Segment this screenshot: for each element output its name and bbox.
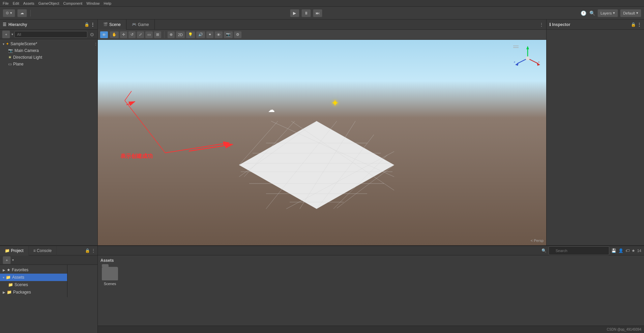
playmode-controls: ▶ ⏸ ⏭	[34, 9, 578, 17]
hierarchy-scene[interactable]: ▾ ✦ SampleScene* ⋮	[0, 40, 97, 47]
default-dropdown[interactable]: Default ▾	[620, 9, 641, 17]
rect-tool-btn[interactable]: ▭	[145, 31, 153, 38]
scene-toolbar: 👁 ✋ ✛ ↺ ⤢ ▭ ⊞ ⊕ 2D	[98, 30, 546, 40]
search-icon[interactable]: ⊙	[89, 31, 95, 38]
inspector-panel: ℹ Inspector 🔒 ⋮	[546, 20, 644, 245]
lock-icon[interactable]: 🔒	[85, 248, 90, 253]
scene-panel: 🎬 Scene 🎮 Game ⋮	[98, 20, 546, 245]
hierarchy-more-btn[interactable]: ⋮	[91, 22, 95, 27]
more-icon[interactable]: ⋮	[539, 22, 544, 27]
transform-tool-btn[interactable]: ⊞	[154, 31, 162, 38]
packages-item[interactable]: ▶ 📁 Packages	[0, 288, 67, 296]
effects-btn[interactable]: ✦	[206, 31, 214, 38]
hierarchy-item-directional-light[interactable]: ☀ Directional Light	[0, 54, 97, 61]
menu-assets[interactable]: Assets	[23, 1, 34, 5]
layers-dropdown[interactable]: Layers ▾	[597, 9, 618, 17]
project-bottom-toolbar: 🔍 💾 👤 🏷 ★ 14	[98, 246, 644, 255]
menu-edit[interactable]: Edit	[13, 1, 19, 5]
dropdown-arrow-icon: ▾	[613, 11, 615, 15]
gizmo-svg: x z	[513, 43, 543, 74]
bottom-tabs: 📁 Project ≡ Console 🔒 ⋮	[0, 246, 97, 255]
annotation-text: 表示创建成功	[120, 153, 153, 160]
scenes-folder[interactable]: Scenes	[100, 266, 119, 287]
search-btn[interactable]: 🔍	[589, 10, 595, 17]
console-tab-label: Console	[37, 248, 52, 253]
favorites-item[interactable]: ▶ ★ Favorites	[0, 266, 67, 274]
add-hierarchy-btn[interactable]: +	[2, 30, 10, 38]
dropdown-arrow-icon: ▾	[12, 258, 14, 262]
user-btn[interactable]: 👤	[618, 248, 623, 253]
scene-more-icon[interactable]: ⋮	[94, 42, 97, 46]
menu-window[interactable]: Window	[86, 1, 99, 5]
cloud-icon: ☁	[268, 106, 275, 114]
main-camera-label: Main Camera	[14, 48, 39, 53]
hand-tool-btn[interactable]: ✋	[110, 31, 119, 38]
project-right: Assets Scenes	[98, 255, 644, 326]
scenes-label: Scenes	[14, 282, 28, 287]
assets-item[interactable]: ▾ 📁 Assets	[0, 274, 67, 281]
star-btn[interactable]: ★	[632, 248, 635, 253]
game-tab-icon: 🎮	[132, 22, 137, 27]
scenes-item[interactable]: 📁 Scenes	[0, 281, 67, 288]
hierarchy-search-input[interactable]	[14, 31, 87, 38]
svg-text:x: x	[538, 60, 539, 63]
search-icon[interactable]: 🔍	[541, 248, 547, 253]
hierarchy-item-plane[interactable]: ▭ Plane	[0, 61, 97, 67]
svg-marker-0	[239, 121, 394, 209]
2d-btn[interactable]: 2D	[176, 31, 185, 38]
hidden-btn[interactable]: 👁	[214, 31, 223, 38]
gizmos-btn[interactable]: ⚙	[234, 31, 242, 38]
scale-tool-btn[interactable]: ⤢	[137, 31, 144, 38]
view-tool-btn[interactable]: 👁	[100, 31, 108, 38]
dropdown-arrow-icon: ▾	[10, 11, 12, 15]
hierarchy-item-main-camera[interactable]: 📷 Main Camera	[0, 47, 97, 54]
count-label: 14	[637, 249, 641, 253]
collapse-arrow-icon: ▾	[3, 42, 4, 46]
step-button[interactable]: ⏭	[313, 9, 322, 17]
tab-scene[interactable]: 🎬 Scene	[98, 20, 126, 30]
pause-button[interactable]: ⏸	[301, 9, 311, 17]
menu-file[interactable]: File	[3, 1, 9, 5]
tab-project[interactable]: 📁 Project	[0, 246, 29, 255]
tag-btn[interactable]: 🏷	[625, 248, 630, 253]
global-tool-btn[interactable]: ⊕	[167, 31, 175, 38]
hierarchy-lock-btn[interactable]: 🔒	[84, 22, 89, 27]
hierarchy-lock-icon: ☰	[3, 22, 6, 27]
inspector-header: ℹ Inspector 🔒 ⋮	[547, 20, 644, 30]
play-button[interactable]: ▶	[290, 9, 299, 17]
scene-view[interactable]: ✦ ☁	[98, 40, 546, 245]
menu-component[interactable]: Component	[63, 1, 82, 5]
default-label: Default	[623, 11, 635, 15]
more-btn[interactable]: ⋮	[637, 22, 641, 27]
tab-console[interactable]: ≡ Console	[29, 246, 57, 255]
unity-menu-btn[interactable]: ⊙ ▾	[3, 9, 15, 17]
scene-name: SampleScene*	[10, 41, 37, 46]
toolbar-separator	[30, 10, 31, 17]
toolbar-right: 🕐 🔍 Layers ▾ Default ▾	[580, 9, 641, 17]
more-icon[interactable]: ⋮	[91, 248, 95, 253]
toolbar-sep	[164, 31, 165, 38]
scene-icon: ✦	[6, 41, 9, 46]
camera-btn[interactable]: 📷	[224, 31, 233, 38]
project-search-input[interactable]	[549, 246, 609, 255]
history-btn[interactable]: 🕐	[580, 10, 587, 17]
status-label: CSDN @qq_49149394	[607, 328, 641, 331]
audio-btn[interactable]: 🔊	[196, 31, 205, 38]
menu-bar: File Edit Assets GameObject Component Wi…	[0, 0, 644, 7]
folder-icon: 📁	[8, 282, 13, 287]
cloud-btn[interactable]: ☁	[17, 9, 27, 17]
bottom-toolbar-actions: 🔍 💾 👤 🏷 ★ 14	[541, 246, 641, 255]
move-tool-btn[interactable]: ✛	[120, 31, 127, 38]
camera-icon: 📷	[8, 48, 13, 53]
lock-btn[interactable]: 🔒	[631, 22, 636, 27]
menu-gameobject[interactable]: GameObject	[38, 1, 59, 5]
lighting-btn[interactable]: 💡	[186, 31, 195, 38]
arrow-icon: ▶	[3, 290, 5, 294]
upper-area: 🎬 Scene 🎮 Game ⋮	[98, 20, 644, 245]
menu-help[interactable]: Help	[104, 1, 111, 5]
add-asset-btn[interactable]: +	[3, 256, 11, 264]
tab-game[interactable]: 🎮 Game	[126, 20, 155, 30]
rotate-tool-btn[interactable]: ↺	[128, 31, 136, 38]
hierarchy-content: ▾ ✦ SampleScene* ⋮ 📷 Main Camera ☀ Direc…	[0, 39, 97, 245]
save-btn[interactable]: 💾	[611, 248, 616, 253]
